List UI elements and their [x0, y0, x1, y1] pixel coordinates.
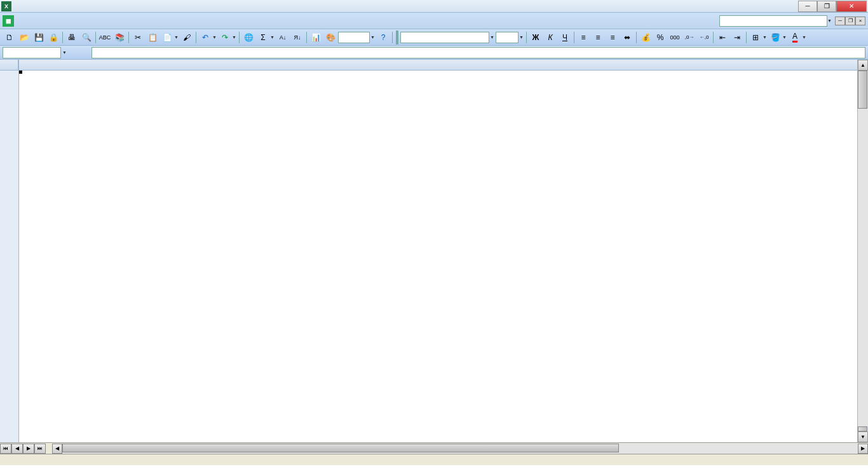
- close-button[interactable]: ✕: [836, 1, 867, 12]
- align-center-icon[interactable]: ≡: [591, 31, 605, 44]
- wb-minimize-button[interactable]: ─: [835, 17, 845, 25]
- undo-icon[interactable]: ↶: [198, 31, 212, 44]
- print-icon[interactable]: 🖶: [65, 31, 79, 44]
- underline-icon[interactable]: Ч: [558, 31, 572, 44]
- sum-icon[interactable]: Σ: [256, 31, 270, 44]
- zoom-select[interactable]: [338, 32, 370, 43]
- sheet-tab-bar: ⏮ ◀ ▶ ⏭ ◀ ▶: [0, 442, 868, 454]
- autosum-button[interactable]: Σ▼: [256, 31, 275, 44]
- scroll-down-button[interactable]: ▼: [858, 432, 868, 442]
- borders-button[interactable]: ⊞▼: [749, 31, 768, 44]
- zoom-dropdown-icon[interactable]: ▼: [370, 35, 376, 39]
- selection-box: [19, 71, 22, 73]
- hscroll-thumb[interactable]: [62, 444, 619, 452]
- font-color-button[interactable]: A▼: [788, 31, 807, 44]
- hscroll-track[interactable]: [62, 444, 858, 454]
- wb-close-button[interactable]: ×: [855, 17, 865, 25]
- hyperlink-icon[interactable]: 🌐: [241, 31, 255, 44]
- cut-icon[interactable]: ✂: [131, 31, 145, 44]
- sheet-next-button[interactable]: ▶: [23, 444, 34, 454]
- paste-icon[interactable]: 📄: [160, 31, 174, 44]
- wb-restore-button[interactable]: ❐: [845, 17, 855, 25]
- help-dropdown-icon[interactable]: ▼: [827, 18, 832, 23]
- separator: [746, 32, 747, 43]
- help-search-box: [719, 15, 827, 27]
- comma-icon[interactable]: 000: [668, 31, 682, 44]
- fill-handle[interactable]: [19, 71, 22, 74]
- spelling-icon[interactable]: ABC: [98, 31, 112, 44]
- font-size-select[interactable]: [496, 32, 519, 43]
- dropdown-icon[interactable]: ▼: [802, 35, 807, 39]
- minimize-button[interactable]: ─: [798, 1, 817, 12]
- scroll-up-button[interactable]: ▲: [858, 60, 868, 71]
- workbook-window-buttons: ─ ❐ ×: [835, 17, 865, 25]
- align-left-icon[interactable]: ≡: [576, 31, 590, 44]
- vscroll-split[interactable]: [858, 426, 867, 432]
- scroll-right-button[interactable]: ▶: [858, 444, 868, 454]
- sheet-first-button[interactable]: ⏮: [0, 444, 11, 454]
- dropdown-icon[interactable]: ▼: [232, 35, 237, 39]
- namebox-dropdown-icon[interactable]: ▼: [62, 50, 67, 55]
- separator: [62, 32, 63, 43]
- toolbar-divider: [396, 31, 398, 44]
- separator: [95, 32, 96, 43]
- align-right-icon[interactable]: ≡: [606, 31, 620, 44]
- title-bar: X ─ ❐ ✕: [0, 0, 868, 13]
- copy-icon[interactable]: 📋: [146, 31, 159, 44]
- separator: [392, 32, 393, 43]
- maximize-button[interactable]: ❐: [817, 1, 836, 12]
- vscroll-track[interactable]: [858, 71, 868, 426]
- merge-center-icon[interactable]: ⬌: [620, 31, 634, 44]
- bold-icon[interactable]: Ж: [529, 31, 543, 44]
- fontsize-dropdown-icon[interactable]: ▼: [519, 35, 524, 39]
- redo-icon[interactable]: ↷: [218, 31, 232, 44]
- help-icon[interactable]: ?: [376, 31, 390, 44]
- increase-decimal-icon[interactable]: ,0→: [682, 31, 696, 44]
- vscroll-thumb[interactable]: [858, 71, 867, 109]
- name-box[interactable]: [3, 47, 61, 58]
- dropdown-icon[interactable]: ▼: [174, 35, 179, 39]
- dropdown-icon[interactable]: ▼: [763, 35, 768, 39]
- separator: [574, 32, 574, 43]
- research-icon[interactable]: 📚: [112, 31, 126, 44]
- drawing-icon[interactable]: 🎨: [323, 31, 337, 44]
- currency-icon[interactable]: 💰: [639, 31, 653, 44]
- sheet-nav: ⏮ ◀ ▶ ⏭: [0, 444, 46, 454]
- borders-icon[interactable]: ⊞: [749, 31, 763, 44]
- italic-icon[interactable]: К: [543, 31, 557, 44]
- document-icon[interactable]: ▦: [3, 15, 14, 27]
- chart-wizard-icon[interactable]: 📊: [309, 31, 323, 44]
- new-icon[interactable]: 🗋: [3, 31, 17, 44]
- separator: [306, 32, 307, 43]
- decrease-decimal-icon[interactable]: ←,0: [697, 31, 711, 44]
- select-all-corner[interactable]: [0, 60, 18, 71]
- formula-bar: ▼: [0, 46, 868, 60]
- dropdown-icon[interactable]: ▼: [270, 35, 275, 39]
- undo-button[interactable]: ↶▼: [198, 31, 217, 44]
- formula-input[interactable]: [92, 47, 865, 58]
- percent-icon[interactable]: %: [653, 31, 667, 44]
- redo-button[interactable]: ↷▼: [218, 31, 237, 44]
- sheet-prev-button[interactable]: ◀: [11, 444, 23, 454]
- sort-desc-icon[interactable]: Я↓: [290, 31, 304, 44]
- increase-indent-icon[interactable]: ⇥: [730, 31, 744, 44]
- fill-color-button[interactable]: 🪣▼: [768, 31, 787, 44]
- dropdown-icon[interactable]: ▼: [212, 35, 217, 39]
- font-color-icon[interactable]: A: [788, 31, 802, 44]
- scroll-left-button[interactable]: ◀: [52, 444, 62, 454]
- print-preview-icon[interactable]: 🔍: [79, 31, 93, 44]
- dropdown-icon[interactable]: ▼: [782, 35, 787, 39]
- save-icon[interactable]: 💾: [32, 31, 46, 44]
- sort-asc-icon[interactable]: А↓: [276, 31, 290, 44]
- font-name-select[interactable]: [400, 32, 489, 43]
- decrease-indent-icon[interactable]: ⇤: [715, 31, 729, 44]
- font-dropdown-icon[interactable]: ▼: [490, 35, 495, 39]
- format-painter-icon[interactable]: 🖌: [180, 31, 194, 44]
- fill-color-icon[interactable]: 🪣: [768, 31, 782, 44]
- vertical-scrollbar: ▲ ▼: [857, 60, 868, 442]
- sheet-last-button[interactable]: ⏭: [34, 444, 46, 454]
- open-icon[interactable]: 📂: [17, 31, 31, 44]
- help-search-input[interactable]: [719, 15, 827, 27]
- paste-button[interactable]: 📄▼: [160, 31, 179, 44]
- permission-icon[interactable]: 🔒: [46, 31, 60, 44]
